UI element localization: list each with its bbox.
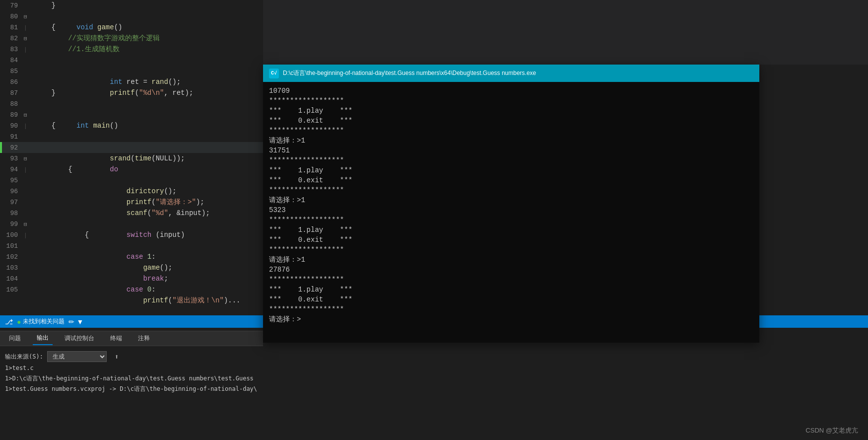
code-line-100: 100 │ { bbox=[0, 229, 263, 240]
term-line-8: ****************** bbox=[269, 155, 753, 165]
right-top-bg bbox=[263, 0, 868, 65]
output-select-label: 输出来源(S): bbox=[5, 352, 43, 361]
code-line-87: 87 } bbox=[0, 87, 263, 98]
term-line-21: *** 1.play *** bbox=[269, 285, 753, 294]
code-line-91: 91 int input = 0; bbox=[0, 131, 263, 142]
term-line-12: 请选择：>1 bbox=[269, 195, 753, 205]
term-line-6: 请选择：>1 bbox=[269, 136, 753, 146]
code-line-104: 104 case 0: bbox=[0, 273, 263, 284]
code-line-99: 99 ⊟ switch (input) bbox=[0, 219, 263, 229]
term-line-2: ****************** bbox=[269, 96, 753, 106]
tab-comments[interactable]: 注释 bbox=[134, 332, 154, 345]
code-line-96: 96 printf("请选择：>"); bbox=[0, 186, 263, 197]
tab-output[interactable]: 输出 bbox=[33, 332, 53, 345]
code-line-84: 84 bbox=[0, 55, 263, 66]
code-line-79: 79 } bbox=[0, 0, 263, 11]
code-line-89: 89 ⊟ int main() bbox=[0, 109, 263, 120]
term-line-3: *** 1.play *** bbox=[269, 106, 753, 116]
code-line-90: 90 │ { bbox=[0, 120, 263, 131]
code-line-80: 80 ⊟ void game() bbox=[0, 11, 263, 22]
code-lines: 79 } 80 ⊟ void game() 81 │ { 82 bbox=[0, 0, 263, 295]
status-errors: ● 未找到相关问题 bbox=[17, 317, 65, 326]
tab-problems[interactable]: 问题 bbox=[5, 332, 25, 345]
term-line-13: 5323 bbox=[269, 205, 753, 215]
term-line-20: ****************** bbox=[269, 275, 753, 285]
term-line-24: 请选择：> bbox=[269, 314, 753, 324]
terminal-titlebar: C√ D:\c语言\the-beginning-of-national-day\… bbox=[263, 65, 759, 82]
term-line-9: *** 1.play *** bbox=[269, 165, 753, 175]
code-line-81: 81 │ { bbox=[0, 22, 263, 33]
output-line-3: 1>test.Guess numbers.vcxproj -> D:\c语言\t… bbox=[5, 385, 258, 393]
output-select-row: 输出来源(S): 生成 ⬆ bbox=[5, 351, 258, 362]
code-line-92: 92 srand(time(NULL)); bbox=[0, 142, 263, 153]
code-line-82: 82 ⊟ //实现猜数字游戏的整个逻辑 bbox=[0, 33, 263, 44]
output-icon-btn[interactable]: ⬆ bbox=[115, 352, 119, 361]
code-line-97: 97 scanf("%d", &input); bbox=[0, 197, 263, 208]
terminal-body[interactable]: 10709 ****************** *** 1.play *** … bbox=[263, 82, 759, 343]
status-edit: ✏ ▼ bbox=[68, 318, 83, 326]
code-line-103: 103 break; bbox=[0, 262, 263, 273]
status-bar-left: ⎇ ● 未找到相关问题 ✏ ▼ bbox=[5, 317, 83, 326]
code-line-101: 101 case 1: bbox=[0, 240, 263, 251]
tab-terminal[interactable]: 终端 bbox=[106, 332, 126, 345]
output-content: 输出来源(S): 生成 ⬆ 1>test.c 1>D:\c语言\the-begi… bbox=[0, 346, 263, 396]
term-line-17: ****************** bbox=[269, 245, 753, 255]
term-line-22: *** 0.exit *** bbox=[269, 294, 753, 304]
term-line-10: *** 0.exit *** bbox=[269, 175, 753, 185]
tab-debug[interactable]: 调试控制台 bbox=[61, 332, 98, 345]
output-line-2: 1>D:\c语言\the-beginning-of-national-day\t… bbox=[5, 374, 258, 383]
output-header: 问题 输出 调试控制台 终端 注释 bbox=[0, 331, 263, 346]
term-line-1: 10709 bbox=[269, 86, 753, 96]
code-line-102: 102 game(); bbox=[0, 251, 263, 262]
term-line-19: 27876 bbox=[269, 265, 753, 275]
right-bottom-bg bbox=[263, 331, 868, 440]
csdn-watermark: CSDN @艾老虎亢 bbox=[805, 426, 858, 435]
output-source-select[interactable]: 生成 bbox=[47, 351, 107, 362]
terminal-title: D:\c语言\the-beginning-of-national-day\tes… bbox=[283, 69, 536, 77]
term-line-11: ****************** bbox=[269, 185, 753, 195]
term-line-14: ****************** bbox=[269, 215, 753, 225]
term-line-16: *** 0.exit *** bbox=[269, 235, 753, 245]
code-line-95: 95 dirictory(); bbox=[0, 175, 263, 186]
term-line-15: *** 1.play *** bbox=[269, 225, 753, 235]
term-line-7: 31751 bbox=[269, 146, 753, 155]
term-line-4: *** 0.exit *** bbox=[269, 116, 753, 126]
output-line-1: 1>test.c bbox=[5, 364, 258, 372]
code-line-83: 83 │ //1.生成随机数 bbox=[0, 44, 263, 55]
terminal-window: C√ D:\c语言\the-beginning-of-national-day\… bbox=[263, 65, 759, 343]
output-panel: 问题 输出 调试控制台 终端 注释 输出来源(S): 生成 ⬆ 1>test.c… bbox=[0, 331, 263, 440]
terminal-icon: C√ bbox=[269, 69, 279, 78]
term-line-5: ****************** bbox=[269, 126, 753, 136]
code-line-86: 86 printf("%d\n", ret); bbox=[0, 76, 263, 87]
code-line-98: 98 bbox=[0, 208, 263, 219]
code-line-88: 88 bbox=[0, 98, 263, 109]
code-editor: 79 } 80 ⊟ void game() 81 │ { 82 bbox=[0, 0, 263, 328]
term-line-18: 请选择：>1 bbox=[269, 255, 753, 265]
status-branch: ⎇ bbox=[5, 318, 13, 326]
code-line-105: 105 printf("退出游戏！\n")... bbox=[0, 284, 263, 295]
code-line-85: 85 int ret = rand(); bbox=[0, 66, 263, 76]
term-line-23: ****************** bbox=[269, 304, 753, 314]
